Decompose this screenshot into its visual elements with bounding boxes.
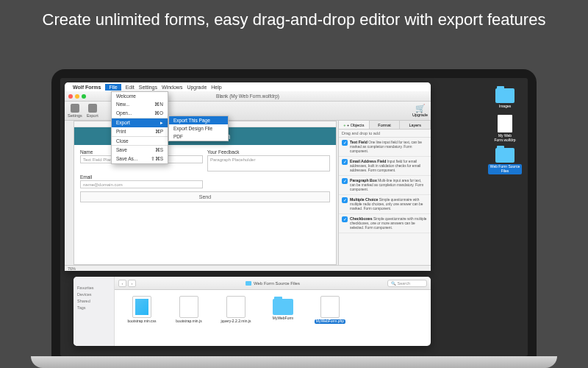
menu-item-new[interactable]: New...⌘N [112,100,168,109]
upgrade-button[interactable]: 🛒Upgrade [412,105,428,117]
app-window: Wolf Forms File Edit Settings Windows Up… [65,82,431,271]
menu-settings[interactable]: Settings [139,85,157,90]
checkbox-icon: ✓ [342,140,348,146]
menu-help[interactable]: Help [211,85,221,90]
file-icon [132,296,151,318]
folder-icon [495,148,514,163]
menu-upgrade[interactable]: Upgrade [187,85,207,90]
send-button[interactable]: Send [80,191,330,202]
file-item[interactable]: jquery-2.2.2.min.js [218,296,254,324]
feedback-label: Your Feedback [207,149,330,155]
icon-label: My Web Form.wolfdrp [488,134,522,143]
gear-icon [71,104,79,113]
file-name: bootstrap.min.css [127,319,156,324]
finder-files: bootstrap.min.cssbootstrap.min.jsjquery-… [115,290,431,346]
menu-item-export[interactable]: Export▸ [112,118,168,127]
finder-title: Web Form Source Files [245,281,300,286]
menu-item-close[interactable]: Close [112,136,168,145]
icon-label: Images [499,105,511,109]
window-title: Blank (My Web Form.wolfdrp) [216,93,279,99]
file-icon [226,296,245,318]
sidebar-section[interactable]: Devices [77,292,110,297]
menubar: Wolf Forms File Edit Settings Windows Up… [65,82,431,91]
tab-objects[interactable]: + + Objects [339,121,370,129]
checkbox-icon: ✓ [342,178,348,184]
sidebar-section[interactable]: Favorites [77,286,110,290]
menu-windows[interactable]: Windows [162,85,182,90]
settings-button[interactable]: Settings [68,104,82,118]
promo-tagline: Create unlimited forms, easy drag-and-dr… [0,0,588,37]
component-item[interactable]: ✓Multiple Choice Simple questionnaire wi… [339,195,431,214]
inspector-panel: + + Objects Format Layers Drag and drop … [338,121,431,265]
file-icon [320,296,340,318]
file-item[interactable]: bootstrap.min.css [123,296,160,324]
email-label: Email [80,174,203,180]
close-button[interactable] [68,94,73,99]
app-name[interactable]: Wolf Forms [73,85,101,90]
desktop-icons: ImagesMy Web Form.wolfdrpWeb Form Source… [488,88,522,174]
desktop-icon[interactable]: Images [495,88,514,109]
menu-item-welcome[interactable]: Welcome [112,92,168,100]
file-icon [179,296,198,318]
component-item[interactable]: ✓Email Address Field Input field for ema… [339,157,431,176]
finder-sidebar: FavoritesDevicesSharedTags [74,277,115,346]
desktop-icon[interactable]: Web Form Source Files [488,148,522,174]
checkbox-icon: ✓ [342,159,348,165]
finder-window: FavoritesDevicesSharedTags ‹ › Web Form … [74,277,431,346]
email-input[interactable]: name@domain.com [80,180,203,188]
sidebar-section[interactable]: Tags [77,305,110,310]
export-icon [88,104,97,113]
menu-item-save-as[interactable]: Save As...⇧⌘S [112,155,168,163]
folder-icon [273,299,293,315]
component-item[interactable]: ✓Text Field One line input field for tex… [339,138,431,157]
folder-icon [245,281,251,286]
feedback-input[interactable]: Paragraph Placeholder [207,155,330,171]
tab-layers[interactable]: Layers [400,121,431,129]
cart-icon: 🛒 [415,105,424,112]
finder-toolbar: ‹ › Web Form Source Files 🔍 Search [115,277,431,290]
file-name: MyWebForm.php [315,319,345,324]
icon-label: Web Form Source Files [488,164,522,174]
menu-item-open[interactable]: Open...⌘O [112,109,168,118]
back-button[interactable]: ‹ [118,280,126,287]
file-item[interactable]: MyWebForm.php [312,296,348,324]
laptop-mockup: Wolf Forms File Edit Settings Windows Up… [51,69,537,368]
file-name: bootstrap.min.js [176,319,201,324]
file-item[interactable]: bootstrap.min.js [171,296,207,324]
zoom-button[interactable] [82,94,86,99]
file-name: MyWebForm [273,316,294,321]
file-menu-dropdown: Welcome New...⌘N Open...⌘O Export▸ Print… [111,91,168,164]
minimize-button[interactable] [75,94,79,99]
menu-edit[interactable]: Edit [126,85,135,90]
export-button[interactable]: Export [87,104,98,118]
checkbox-icon: ✓ [342,197,348,203]
inspector-heading: Drag and drop to add [339,130,431,138]
component-item[interactable]: ✓Checkboxes Simple questionnaire with mu… [339,214,431,233]
file-item[interactable]: MyWebForm [265,296,301,321]
desktop-icon[interactable]: My Web Form.wolfdrp [488,115,522,143]
sidebar-section[interactable]: Shared [77,299,110,303]
menu-item-print[interactable]: Print⌘P [112,127,168,136]
folder-icon [495,88,514,103]
file-icon [498,115,512,132]
export-submenu: Export This Page Export Design File PDF [168,116,229,141]
component-item[interactable]: ✓Paragraph Box Multi-line input area for… [339,176,431,195]
checkbox-icon: ✓ [342,216,348,222]
finder-search[interactable]: 🔍 Search [387,280,427,287]
tab-format[interactable]: Format [370,121,401,129]
forward-button[interactable]: › [128,280,136,287]
laptop-base [31,356,557,368]
menu-item-save[interactable]: Save⌘S [112,145,168,155]
menu-file[interactable]: File [105,84,121,91]
file-name: jquery-2.2.2.min.js [221,319,251,324]
submenu-export-page[interactable]: Export This Page [169,116,228,124]
status-bar: 76% [65,265,431,271]
submenu-export-design[interactable]: Export Design File [169,124,228,132]
submenu-pdf[interactable]: PDF [169,132,228,141]
